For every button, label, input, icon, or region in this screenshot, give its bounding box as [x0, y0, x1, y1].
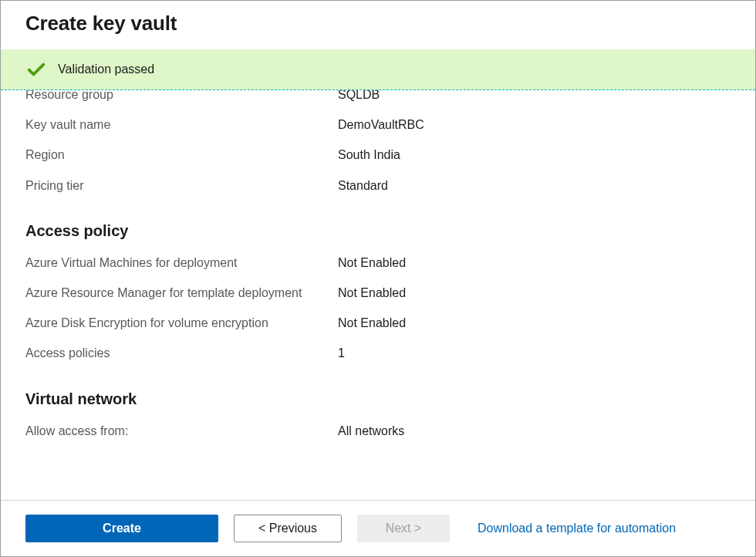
create-button[interactable]: Create [25, 515, 218, 542]
summary-row: Allow access from: All networks [25, 416, 731, 446]
page-title: Create key vault [25, 12, 731, 35]
field-value: Not Enabled [338, 254, 731, 272]
previous-button[interactable]: < Previous [234, 515, 342, 542]
summary-row: Access policies 1 [25, 338, 731, 368]
field-label: Azure Disk Encryption for volume encrypt… [25, 314, 338, 332]
field-label: Allow access from: [25, 422, 338, 440]
field-value: South India [338, 146, 731, 164]
checkmark-icon [25, 59, 47, 80]
blade-header: Create key vault [1, 1, 755, 43]
field-value: Standard [338, 177, 731, 194]
summary-row: Azure Virtual Machines for deployment No… [25, 248, 731, 278]
field-label: Access policies [25, 344, 338, 362]
field-value: 1 [338, 344, 731, 362]
field-value: DemoVaultRBC [338, 116, 731, 133]
download-template-link[interactable]: Download a template for automation [478, 522, 676, 535]
validation-message: Validation passed [58, 62, 154, 76]
section-heading-access-policy: Access policy [25, 201, 731, 248]
field-value: SQLDB [338, 90, 731, 103]
review-content: Resource group SQLDB Key vault name Demo… [1, 90, 755, 446]
field-label: Key vault name [25, 116, 338, 133]
section-heading-virtual-network: Virtual network [25, 369, 731, 416]
create-keyvault-blade: Create key vault Validation passed Resou… [0, 0, 756, 557]
field-label: Resource group [25, 90, 338, 103]
summary-row: Azure Disk Encryption for volume encrypt… [25, 308, 731, 338]
summary-row: Azure Resource Manager for template depl… [25, 278, 731, 308]
validation-banner: Validation passed [1, 49, 755, 90]
field-label: Region [25, 146, 338, 164]
next-button: Next > [357, 515, 450, 542]
field-label: Azure Virtual Machines for deployment [25, 254, 338, 272]
field-value: All networks [338, 422, 731, 440]
review-scroll-area[interactable]: Resource group SQLDB Key vault name Demo… [1, 90, 755, 500]
field-label: Pricing tier [25, 177, 338, 194]
field-value: Not Enabled [338, 314, 731, 332]
summary-row: Region South India [25, 140, 731, 170]
wizard-footer: Create < Previous Next > Download a temp… [1, 500, 755, 556]
summary-row: Resource group SQLDB [25, 90, 731, 110]
field-label: Azure Resource Manager for template depl… [25, 284, 338, 302]
field-value: Not Enabled [338, 284, 731, 302]
summary-row: Pricing tier Standard [25, 170, 731, 201]
summary-row: Key vault name DemoVaultRBC [25, 110, 731, 140]
